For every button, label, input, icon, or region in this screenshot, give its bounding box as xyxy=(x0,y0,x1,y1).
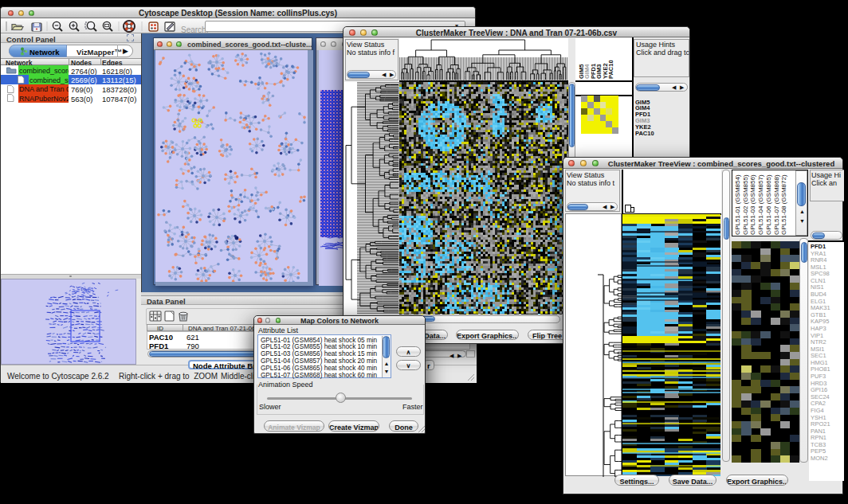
svg-text:PAC10: PAC10 xyxy=(607,60,614,79)
svg-text:GPL51-07 (GSM868): GPL51-07 (GSM868) xyxy=(773,174,780,235)
svg-text:GPL51-06 (GSM865): GPL51-06 (GSM865) xyxy=(765,174,772,235)
svg-text:GPL51-03 (GSM856): GPL51-03 (GSM856) xyxy=(749,174,756,235)
svg-text:GPL51-04 (GSM857): GPL51-04 (GSM857) xyxy=(757,174,764,235)
svg-text:GPL51-02 (GSM855): GPL51-02 (GSM855) xyxy=(742,174,749,235)
svg-text:GPL51-01 (GSM854): GPL51-01 (GSM854) xyxy=(734,174,741,235)
svg-text:GPL51-08 (GSM872): GPL51-08 (GSM872) xyxy=(780,174,787,235)
